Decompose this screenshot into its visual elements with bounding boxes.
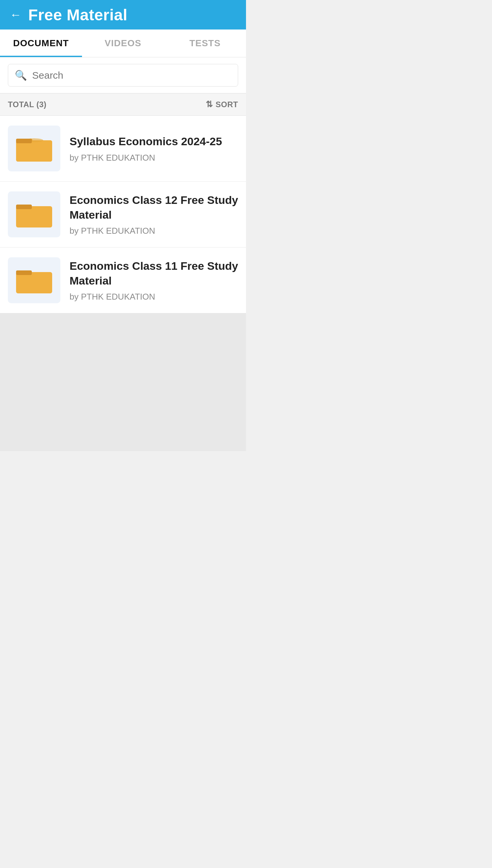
item-by: by PTHK EDUKATION: [70, 153, 238, 163]
svg-rect-5: [16, 139, 32, 143]
item-info: Syllabus Economics 2024-25 by PTHK EDUKA…: [70, 134, 238, 163]
folder-icon: [16, 265, 52, 295]
folder-icon-wrap: [8, 257, 60, 303]
tab-bar: DOCUMENT VIDEOS TESTS: [0, 29, 246, 57]
list-item[interactable]: Syllabus Economics 2024-25 by PTHK EDUKA…: [0, 116, 246, 182]
bottom-gray-area: [0, 313, 246, 451]
total-count: TOTAL (3): [8, 100, 47, 109]
item-title: Economics Class 11 Free Study Material: [70, 259, 238, 287]
item-info: Economics Class 12 Free Study Material b…: [70, 193, 238, 236]
tab-document[interactable]: DOCUMENT: [0, 29, 82, 57]
search-input[interactable]: [32, 70, 231, 81]
item-by: by PTHK EDUKATION: [70, 292, 238, 302]
items-list: Syllabus Economics 2024-25 by PTHK EDUKA…: [0, 116, 246, 313]
item-title: Economics Class 12 Free Study Material: [70, 193, 238, 221]
svg-rect-7: [16, 205, 32, 209]
item-title: Syllabus Economics 2024-25: [70, 134, 238, 149]
search-box: 🔍: [8, 64, 238, 86]
svg-rect-9: [16, 270, 32, 275]
sort-icon: ⇅: [206, 99, 213, 109]
total-bar: TOTAL (3) ⇅ SORT: [0, 94, 246, 116]
page-title: Free Material: [28, 6, 128, 24]
item-info: Economics Class 11 Free Study Material b…: [70, 259, 238, 301]
folder-icon-wrap: [8, 126, 60, 172]
list-item[interactable]: Economics Class 11 Free Study Material b…: [0, 247, 246, 313]
list-item[interactable]: Economics Class 12 Free Study Material b…: [0, 182, 246, 247]
svg-rect-3: [16, 140, 52, 162]
svg-rect-8: [16, 272, 52, 293]
tab-videos[interactable]: VIDEOS: [82, 29, 164, 57]
back-button[interactable]: ←: [10, 9, 22, 21]
search-container: 🔍: [0, 57, 246, 94]
folder-icon-wrap: [8, 191, 60, 237]
folder-icon: [16, 200, 52, 229]
item-by: by PTHK EDUKATION: [70, 226, 238, 236]
search-icon: 🔍: [15, 70, 27, 81]
header: ← Free Material: [0, 0, 246, 29]
sort-label: SORT: [216, 100, 238, 109]
folder-icon: [16, 134, 52, 163]
sort-button[interactable]: ⇅ SORT: [206, 99, 238, 109]
tab-tests[interactable]: TESTS: [164, 29, 246, 57]
svg-rect-6: [16, 206, 52, 228]
